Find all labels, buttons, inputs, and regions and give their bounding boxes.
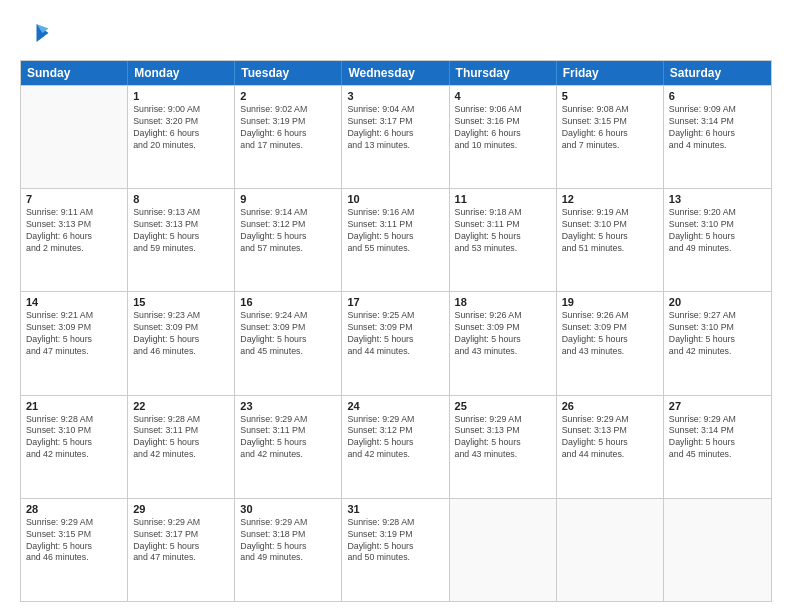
- calendar-row-4: 28Sunrise: 9:29 AM Sunset: 3:15 PM Dayli…: [21, 498, 771, 601]
- weekday-header-tuesday: Tuesday: [235, 61, 342, 85]
- day-info: Sunrise: 9:28 AM Sunset: 3:10 PM Dayligh…: [26, 414, 122, 462]
- day-number: 5: [562, 90, 658, 102]
- day-info: Sunrise: 9:25 AM Sunset: 3:09 PM Dayligh…: [347, 310, 443, 358]
- day-info: Sunrise: 9:27 AM Sunset: 3:10 PM Dayligh…: [669, 310, 766, 358]
- calendar-cell: 2Sunrise: 9:02 AM Sunset: 3:19 PM Daylig…: [235, 86, 342, 188]
- day-info: Sunrise: 9:29 AM Sunset: 3:15 PM Dayligh…: [26, 517, 122, 565]
- calendar-cell: 22Sunrise: 9:28 AM Sunset: 3:11 PM Dayli…: [128, 396, 235, 498]
- day-number: 11: [455, 193, 551, 205]
- calendar-cell: 26Sunrise: 9:29 AM Sunset: 3:13 PM Dayli…: [557, 396, 664, 498]
- day-number: 25: [455, 400, 551, 412]
- day-info: Sunrise: 9:28 AM Sunset: 3:19 PM Dayligh…: [347, 517, 443, 565]
- weekday-header-saturday: Saturday: [664, 61, 771, 85]
- calendar-body: 1Sunrise: 9:00 AM Sunset: 3:20 PM Daylig…: [21, 85, 771, 601]
- day-info: Sunrise: 9:20 AM Sunset: 3:10 PM Dayligh…: [669, 207, 766, 255]
- day-number: 7: [26, 193, 122, 205]
- calendar-cell: 16Sunrise: 9:24 AM Sunset: 3:09 PM Dayli…: [235, 292, 342, 394]
- day-info: Sunrise: 9:29 AM Sunset: 3:11 PM Dayligh…: [240, 414, 336, 462]
- calendar-cell: 14Sunrise: 9:21 AM Sunset: 3:09 PM Dayli…: [21, 292, 128, 394]
- day-number: 19: [562, 296, 658, 308]
- day-number: 27: [669, 400, 766, 412]
- day-number: 15: [133, 296, 229, 308]
- day-number: 9: [240, 193, 336, 205]
- day-info: Sunrise: 9:28 AM Sunset: 3:11 PM Dayligh…: [133, 414, 229, 462]
- calendar-cell: 19Sunrise: 9:26 AM Sunset: 3:09 PM Dayli…: [557, 292, 664, 394]
- calendar-row-0: 1Sunrise: 9:00 AM Sunset: 3:20 PM Daylig…: [21, 85, 771, 188]
- day-number: 23: [240, 400, 336, 412]
- day-number: 21: [26, 400, 122, 412]
- day-number: 31: [347, 503, 443, 515]
- day-number: 10: [347, 193, 443, 205]
- day-info: Sunrise: 9:29 AM Sunset: 3:17 PM Dayligh…: [133, 517, 229, 565]
- calendar-cell: [21, 86, 128, 188]
- calendar-cell: 15Sunrise: 9:23 AM Sunset: 3:09 PM Dayli…: [128, 292, 235, 394]
- day-info: Sunrise: 9:26 AM Sunset: 3:09 PM Dayligh…: [455, 310, 551, 358]
- weekday-header-friday: Friday: [557, 61, 664, 85]
- calendar-cell: 29Sunrise: 9:29 AM Sunset: 3:17 PM Dayli…: [128, 499, 235, 601]
- day-info: Sunrise: 9:21 AM Sunset: 3:09 PM Dayligh…: [26, 310, 122, 358]
- day-number: 28: [26, 503, 122, 515]
- day-info: Sunrise: 9:29 AM Sunset: 3:13 PM Dayligh…: [455, 414, 551, 462]
- day-number: 14: [26, 296, 122, 308]
- day-info: Sunrise: 9:29 AM Sunset: 3:18 PM Dayligh…: [240, 517, 336, 565]
- calendar-cell: 20Sunrise: 9:27 AM Sunset: 3:10 PM Dayli…: [664, 292, 771, 394]
- calendar-cell: 3Sunrise: 9:04 AM Sunset: 3:17 PM Daylig…: [342, 86, 449, 188]
- calendar: SundayMondayTuesdayWednesdayThursdayFrid…: [20, 60, 772, 602]
- day-info: Sunrise: 9:13 AM Sunset: 3:13 PM Dayligh…: [133, 207, 229, 255]
- day-number: 6: [669, 90, 766, 102]
- calendar-cell: 25Sunrise: 9:29 AM Sunset: 3:13 PM Dayli…: [450, 396, 557, 498]
- day-number: 30: [240, 503, 336, 515]
- calendar-cell: 11Sunrise: 9:18 AM Sunset: 3:11 PM Dayli…: [450, 189, 557, 291]
- weekday-header-thursday: Thursday: [450, 61, 557, 85]
- calendar-cell: 23Sunrise: 9:29 AM Sunset: 3:11 PM Dayli…: [235, 396, 342, 498]
- calendar-cell: [450, 499, 557, 601]
- calendar-cell: 31Sunrise: 9:28 AM Sunset: 3:19 PM Dayli…: [342, 499, 449, 601]
- calendar-cell: 21Sunrise: 9:28 AM Sunset: 3:10 PM Dayli…: [21, 396, 128, 498]
- page: SundayMondayTuesdayWednesdayThursdayFrid…: [0, 0, 792, 612]
- day-info: Sunrise: 9:29 AM Sunset: 3:14 PM Dayligh…: [669, 414, 766, 462]
- calendar-cell: 30Sunrise: 9:29 AM Sunset: 3:18 PM Dayli…: [235, 499, 342, 601]
- day-number: 17: [347, 296, 443, 308]
- calendar-cell: 1Sunrise: 9:00 AM Sunset: 3:20 PM Daylig…: [128, 86, 235, 188]
- day-info: Sunrise: 9:14 AM Sunset: 3:12 PM Dayligh…: [240, 207, 336, 255]
- day-number: 4: [455, 90, 551, 102]
- day-number: 3: [347, 90, 443, 102]
- day-info: Sunrise: 9:24 AM Sunset: 3:09 PM Dayligh…: [240, 310, 336, 358]
- day-info: Sunrise: 9:06 AM Sunset: 3:16 PM Dayligh…: [455, 104, 551, 152]
- calendar-row-2: 14Sunrise: 9:21 AM Sunset: 3:09 PM Dayli…: [21, 291, 771, 394]
- day-info: Sunrise: 9:19 AM Sunset: 3:10 PM Dayligh…: [562, 207, 658, 255]
- weekday-header-monday: Monday: [128, 61, 235, 85]
- day-info: Sunrise: 9:11 AM Sunset: 3:13 PM Dayligh…: [26, 207, 122, 255]
- calendar-cell: 9Sunrise: 9:14 AM Sunset: 3:12 PM Daylig…: [235, 189, 342, 291]
- day-number: 12: [562, 193, 658, 205]
- day-number: 24: [347, 400, 443, 412]
- calendar-cell: 27Sunrise: 9:29 AM Sunset: 3:14 PM Dayli…: [664, 396, 771, 498]
- day-number: 20: [669, 296, 766, 308]
- calendar-cell: [664, 499, 771, 601]
- calendar-cell: 5Sunrise: 9:08 AM Sunset: 3:15 PM Daylig…: [557, 86, 664, 188]
- day-info: Sunrise: 9:29 AM Sunset: 3:13 PM Dayligh…: [562, 414, 658, 462]
- logo: [20, 18, 54, 48]
- day-info: Sunrise: 9:18 AM Sunset: 3:11 PM Dayligh…: [455, 207, 551, 255]
- calendar-cell: 17Sunrise: 9:25 AM Sunset: 3:09 PM Dayli…: [342, 292, 449, 394]
- day-number: 1: [133, 90, 229, 102]
- day-number: 18: [455, 296, 551, 308]
- calendar-header: SundayMondayTuesdayWednesdayThursdayFrid…: [21, 61, 771, 85]
- calendar-cell: 7Sunrise: 9:11 AM Sunset: 3:13 PM Daylig…: [21, 189, 128, 291]
- day-number: 29: [133, 503, 229, 515]
- day-info: Sunrise: 9:00 AM Sunset: 3:20 PM Dayligh…: [133, 104, 229, 152]
- calendar-cell: 4Sunrise: 9:06 AM Sunset: 3:16 PM Daylig…: [450, 86, 557, 188]
- calendar-cell: 18Sunrise: 9:26 AM Sunset: 3:09 PM Dayli…: [450, 292, 557, 394]
- day-info: Sunrise: 9:16 AM Sunset: 3:11 PM Dayligh…: [347, 207, 443, 255]
- calendar-row-1: 7Sunrise: 9:11 AM Sunset: 3:13 PM Daylig…: [21, 188, 771, 291]
- calendar-cell: 24Sunrise: 9:29 AM Sunset: 3:12 PM Dayli…: [342, 396, 449, 498]
- calendar-cell: 8Sunrise: 9:13 AM Sunset: 3:13 PM Daylig…: [128, 189, 235, 291]
- logo-icon: [20, 18, 50, 48]
- calendar-cell: 12Sunrise: 9:19 AM Sunset: 3:10 PM Dayli…: [557, 189, 664, 291]
- day-info: Sunrise: 9:02 AM Sunset: 3:19 PM Dayligh…: [240, 104, 336, 152]
- calendar-cell: 28Sunrise: 9:29 AM Sunset: 3:15 PM Dayli…: [21, 499, 128, 601]
- day-info: Sunrise: 9:29 AM Sunset: 3:12 PM Dayligh…: [347, 414, 443, 462]
- day-number: 22: [133, 400, 229, 412]
- day-number: 8: [133, 193, 229, 205]
- day-info: Sunrise: 9:26 AM Sunset: 3:09 PM Dayligh…: [562, 310, 658, 358]
